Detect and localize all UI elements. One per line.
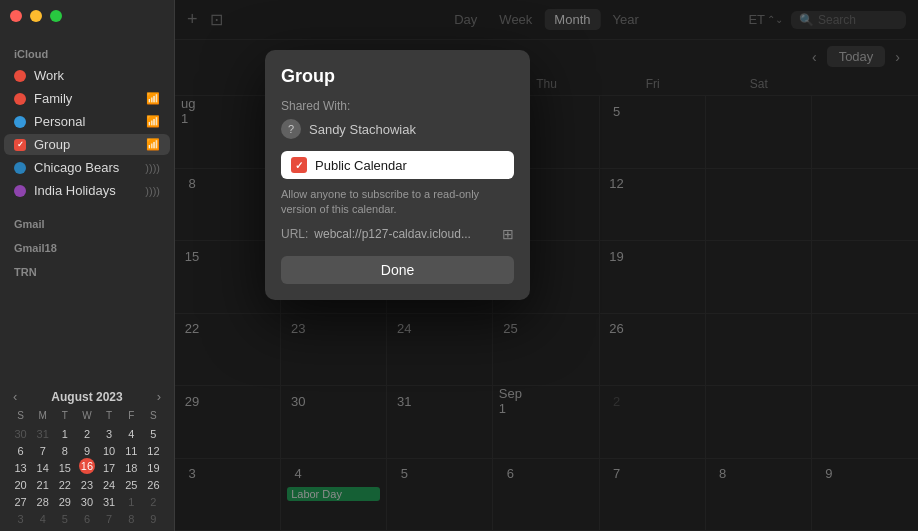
mini-cal-day[interactable]: 9 — [143, 509, 164, 525]
mini-cal-day[interactable]: 24 — [99, 475, 120, 491]
traffic-light-yellow[interactable] — [30, 10, 42, 22]
copy-url-icon[interactable]: ⊞ — [502, 226, 514, 242]
mini-cal-day[interactable]: 19 — [143, 458, 164, 474]
mini-cal-day[interactable]: 10 — [99, 441, 120, 457]
family-dot — [14, 93, 26, 105]
mini-cal-day[interactable]: 18 — [121, 458, 142, 474]
india-holidays-label: India Holidays — [34, 183, 141, 198]
shared-user-row: ? Sandy Stachowiak — [281, 119, 514, 139]
mini-cal-title: August 2023 — [51, 390, 122, 404]
mini-cal-day[interactable]: 23 — [76, 475, 97, 491]
group-share-icon: 📶 — [146, 138, 160, 151]
family-label: Family — [34, 91, 142, 106]
gmail-section-label: Gmail — [0, 210, 174, 234]
mini-cal-header-thu: T — [99, 408, 120, 423]
mini-cal-day[interactable]: 6 — [76, 509, 97, 525]
personal-dot — [14, 116, 26, 128]
mini-cal-header-fri: F — [121, 408, 142, 423]
mini-cal-day[interactable]: 22 — [54, 475, 75, 491]
mini-cal-header-sat: S — [143, 408, 164, 423]
sidebar-item-india-holidays[interactable]: India Holidays )))) — [4, 180, 170, 201]
shared-user-name: Sandy Stachowiak — [309, 122, 416, 137]
traffic-light-red[interactable] — [10, 10, 22, 22]
sidebar-item-chicago-bears[interactable]: Chicago Bears )))) — [4, 157, 170, 178]
sidebar-item-family[interactable]: Family 📶 — [4, 88, 170, 109]
sidebar-item-group[interactable]: Group 📶 — [4, 134, 170, 155]
mini-cal-header-sun: S — [10, 408, 31, 423]
mini-cal-day[interactable]: 2 — [76, 424, 97, 440]
mini-cal-day[interactable]: 7 — [32, 441, 53, 457]
mini-cal-day[interactable]: 30 — [76, 492, 97, 508]
mini-cal-day[interactable]: 5 — [54, 509, 75, 525]
mini-cal-day[interactable]: 4 — [32, 509, 53, 525]
mini-cal-header-mon: M — [32, 408, 53, 423]
public-calendar-checkbox[interactable] — [291, 157, 307, 173]
mini-cal-day[interactable]: 3 — [99, 424, 120, 440]
personal-label: Personal — [34, 114, 142, 129]
sidebar-item-personal[interactable]: Personal 📶 — [4, 111, 170, 132]
mini-cal-next[interactable]: › — [154, 389, 164, 404]
url-label: URL: — [281, 227, 308, 241]
sidebar-item-work[interactable]: Work — [4, 65, 170, 86]
mini-cal-day[interactable]: 9 — [76, 441, 97, 457]
india-holidays-dot — [14, 185, 26, 197]
chicago-bears-dot — [14, 162, 26, 174]
mini-cal-day[interactable]: 20 — [10, 475, 31, 491]
mini-cal-day[interactable]: 1 — [121, 492, 142, 508]
group-dot — [14, 139, 26, 151]
shared-user-icon: ? — [281, 119, 301, 139]
mini-cal-day[interactable]: 12 — [143, 441, 164, 457]
mini-cal-header-wed: W — [76, 408, 97, 423]
mini-cal-day[interactable]: 28 — [32, 492, 53, 508]
public-calendar-row[interactable]: Public Calendar — [281, 151, 514, 179]
mini-cal-day[interactable]: 1 — [54, 424, 75, 440]
mini-cal-day[interactable]: 7 — [99, 509, 120, 525]
public-calendar-label: Public Calendar — [315, 158, 407, 173]
traffic-light-green[interactable] — [50, 10, 62, 22]
work-label: Work — [34, 68, 160, 83]
mini-cal-day[interactable]: 21 — [32, 475, 53, 491]
mini-cal-day[interactable]: 25 — [121, 475, 142, 491]
mini-cal-grid: S M T W T F S 30 31 1 2 3 4 5 6 7 8 9 10… — [10, 408, 164, 525]
group-label: Group — [34, 137, 142, 152]
mini-cal-day[interactable]: 17 — [99, 458, 120, 474]
mini-cal-day[interactable]: 27 — [10, 492, 31, 508]
mini-cal-day[interactable]: 13 — [10, 458, 31, 474]
mini-cal-day[interactable]: 8 — [54, 441, 75, 457]
gmail18-section-label: Gmail18 — [0, 234, 174, 258]
mini-cal-day[interactable]: 5 — [143, 424, 164, 440]
url-value: webcal://p127-caldav.icloud... — [314, 227, 496, 241]
mini-cal-header-tue: T — [54, 408, 75, 423]
mini-cal-day[interactable]: 31 — [99, 492, 120, 508]
mini-cal-day[interactable]: 30 — [10, 424, 31, 440]
mini-cal-day[interactable]: 6 — [10, 441, 31, 457]
mini-calendar: ‹ August 2023 › S M T W T F S 30 31 1 2 … — [0, 383, 174, 531]
main-content: + ⊡ Day Week Month Year ET ⌃⌄ 🔍 ‹ Today … — [175, 0, 918, 531]
mini-cal-day[interactable]: 8 — [121, 509, 142, 525]
mini-cal-day[interactable]: 29 — [54, 492, 75, 508]
sidebar: iCloud Work Family 📶 Personal 📶 Group 📶 … — [0, 0, 175, 531]
icloud-section-label: iCloud — [0, 40, 174, 64]
mini-cal-day[interactable]: 11 — [121, 441, 142, 457]
modal-title: Group — [281, 66, 514, 87]
mini-cal-day[interactable]: 31 — [32, 424, 53, 440]
mini-cal-day[interactable]: 15 — [54, 458, 75, 474]
done-button[interactable]: Done — [281, 256, 514, 284]
mini-cal-day[interactable]: 2 — [143, 492, 164, 508]
modal-description: Allow anyone to subscribe to a read-only… — [281, 187, 514, 218]
mini-cal-day[interactable]: 14 — [32, 458, 53, 474]
india-holidays-broadcast-icon: )))) — [145, 185, 160, 197]
trn-section-label: TRN — [0, 258, 174, 282]
mini-cal-day[interactable]: 3 — [10, 509, 31, 525]
personal-share-icon: 📶 — [146, 115, 160, 128]
work-dot — [14, 70, 26, 82]
mini-cal-prev[interactable]: ‹ — [10, 389, 20, 404]
modal-url-row: URL: webcal://p127-caldav.icloud... ⊞ — [281, 226, 514, 242]
group-modal: Group Shared With: ? Sandy Stachowiak Pu… — [265, 50, 530, 300]
mini-cal-day-today[interactable]: 16 — [79, 458, 95, 474]
mini-cal-day[interactable]: 26 — [143, 475, 164, 491]
mini-cal-day[interactable]: 4 — [121, 424, 142, 440]
chicago-bears-label: Chicago Bears — [34, 160, 141, 175]
family-share-icon: 📶 — [146, 92, 160, 105]
shared-with-label: Shared With: — [281, 99, 514, 113]
